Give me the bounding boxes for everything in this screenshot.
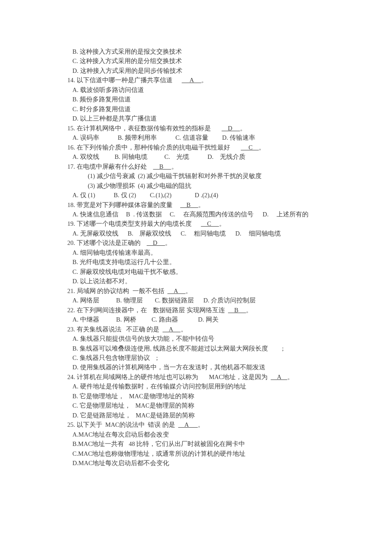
text-line: B. 频份多路复用信道 [67, 95, 325, 104]
text-line: B. 这种接入方式采用的是报文交换技术 [67, 47, 325, 56]
text-line: 23. 有关集线器说法 不正确 的是 A 。 [67, 325, 325, 334]
document-page: B. 这种接入方式采用的是报文交换技术C. 这种接入方式采用的是分组交换技术D.… [0, 0, 392, 515]
text: 17. 在电缆中屏蔽有什么好处 [67, 163, 153, 170]
text-line: 18. 带宽是对下列哪种媒体容量的度量 B 。 [67, 200, 325, 210]
text-line: A. 载波侦听多路访问信道 [67, 85, 325, 95]
text: D. 它是链路层地址， MAC是链路层的简称 [72, 412, 195, 419]
text-line: B.MAC地址一共有 48 比特，它们从出厂时就被固化在网卡中 [67, 439, 325, 449]
text: (3) 减少物理损坏 (4) 减少电磁的阻抗 [88, 182, 191, 189]
text-line: 19. 下述哪一个电缆类型支持最大的电缆长度 C 。 [67, 219, 325, 228]
text: A. 误码率 B. 频带利用率 C. 信道容量 D. 传输速率 [72, 134, 255, 141]
text-line: C. 屏蔽双绞线电缆对电磁干扰不敏感。 [67, 267, 325, 276]
text: 。 [165, 239, 171, 246]
text: B. 集线器可以堆叠级连使用, 线路总长度不能超过以太网最大网段长度 ; [72, 345, 284, 352]
text: A. 细同轴电缆传输速率最高。 [72, 249, 157, 256]
text: B.MAC地址一共有 48 比特，它们从出厂时就被固化在网卡中 [72, 440, 245, 447]
text: 19. 下述哪一个电缆类型支持最大的电缆长度 [67, 220, 201, 227]
text: D. 这种接入方式采用的是同步传输技术 [72, 67, 182, 74]
text: (1) 减少信号衰减 (2) 减少电磁干扰辐射和对外界干扰的灵敏度 [88, 173, 262, 179]
answer-blank: B [180, 201, 198, 208]
text: C. 它是物理层地址， MAC是物理层的简称 [72, 402, 194, 409]
text-line: A. 集线器只能提供信号的放大功能，不能中转信号 [67, 334, 325, 343]
text-line: B. 它是物理地址， MAC是物理地址的简称 [67, 391, 325, 401]
text: 。 [240, 125, 246, 132]
text-line: D. 使用集线器的计算机网络中，当一方在发送时，其他机器不能发送 [67, 362, 325, 372]
text: 14. 以下信道中哪一种是广播共享信道 [67, 77, 182, 83]
text-line: D. 这种接入方式采用的是同步传输技术 [67, 66, 325, 75]
text-line: C.MAC地址也称做物理地址，或通常所说的计算机的硬件地址 [67, 449, 325, 458]
text-line: A. 误码率 B. 频带利用率 C. 信道容量 D. 传输速率 [67, 133, 325, 142]
text: 21. 局域网 的协议结构 一般不包括 [67, 288, 167, 294]
answer-blank: B [228, 307, 246, 313]
text: 。 [201, 77, 208, 83]
text-line: C. 这种接入方式采用的是分组交换技术 [67, 56, 325, 66]
text-line: D. 以上三种都是共享广播信道 [67, 114, 325, 123]
text: A. 载波侦听多路访问信道 [72, 86, 144, 93]
text: A. 仅 (1) B. 仅 (2) C.(1),(2) D .(2),(4) [72, 192, 218, 198]
text-line: A. 双绞线 B. 同轴电缆 C. 光缆 D. 无线介质 [67, 152, 325, 161]
text: 15. 在计算机网络中，表征数据传输有效性的指标是 [67, 125, 222, 132]
text: 。 [287, 374, 294, 380]
text: A. 无屏蔽双绞线 B. 屏蔽双绞线 C. 粗同轴电缆 D. 细同轴电缆 [72, 230, 281, 237]
text-line: 25. 以下关于 MAC的说法中 错误 的是 A 。 [67, 420, 325, 429]
text: 。 [259, 144, 265, 151]
answer-blank: A [182, 77, 202, 83]
text: 16. 在下列传输介质中，那种传输介质的抗电磁干扰性最好 [67, 144, 241, 151]
answer-blank: A [167, 288, 185, 294]
text-line: 22. 在下列网间连接器中，在 数据链路层 实现网络互连 B 。 [67, 305, 325, 315]
text-line: 20. 下述哪个说法是正确的 D 。 [67, 238, 325, 247]
text: 18. 带宽是对下列哪种媒体容量的度量 [67, 201, 180, 208]
text: A. 双绞线 B. 同轴电缆 C. 光缆 D. 无线介质 [72, 153, 245, 160]
text-line: C. 集线器只包含物理层协议 ; [67, 353, 325, 362]
text: 25. 以下关于 MAC的说法中 错误 的是 [67, 421, 178, 428]
text: B. 它是物理地址， MAC是物理地址的简称 [72, 393, 194, 400]
text-line: B. 集线器可以堆叠级连使用, 线路总长度不能超过以太网最大网段长度 ; [67, 344, 325, 353]
text-line: A. 快速信息通信 B . 传送数据 C. 在高频范围内传送的信号 D. 上述所… [67, 210, 325, 219]
text-line: A. 硬件地址是传输数据时，在传输媒介访问控制层用到的地址 [67, 382, 325, 391]
text: D. 以上三种都是共享广播信道 [72, 115, 157, 122]
text-line: A. 细同轴电缆传输速率最高。 [67, 248, 325, 257]
answer-blank: A [178, 421, 198, 428]
text-line: 16. 在下列传输介质中，那种传输介质的抗电磁干扰性最好 C 。 [67, 143, 325, 152]
text-line: (1) 减少信号衰减 (2) 减少电磁干扰辐射和对外界干扰的灵敏度 [67, 171, 325, 181]
text: C. 这种接入方式采用的是分组交换技术 [72, 58, 182, 64]
text: D.MAC地址每次启动后都不会变化 [72, 460, 169, 466]
text: 22. 在下列网间连接器中，在 数据链路层 实现网络互连 [67, 307, 228, 313]
answer-blank: B [153, 163, 171, 170]
text-line: 14. 以下信道中哪一种是广播共享信道 A 。 [67, 75, 325, 85]
text-line: 24. 计算机在局域网络上的硬件地址也可以称为 MAC地址，这是因为 A 。 [67, 372, 325, 382]
text: C. 屏蔽双绞线电缆对电磁干扰不敏感。 [72, 268, 182, 275]
text: 。 [181, 326, 187, 333]
text-line: C. 时分多路复用信道 [67, 104, 325, 114]
text-line: 17. 在电缆中屏蔽有什么好处 B 。 [67, 162, 325, 171]
text: B. 这种接入方式采用的是报文交换技术 [72, 48, 182, 55]
text-line: A. 仅 (1) B. 仅 (2) C.(1),(2) D .(2),(4) [67, 190, 325, 200]
answer-blank: C [201, 220, 219, 227]
text: 23. 有关集线器说法 不正确 的是 [67, 326, 163, 333]
text-line: D. 它是链路层地址， MAC是链路层的简称 [67, 411, 325, 420]
text: A. 快速信息通信 B . 传送数据 C. 在高频范围内传送的信号 D. 上述所… [72, 211, 308, 218]
text: 。 [198, 421, 204, 428]
text-line: D. 以上说法都不对。 [67, 276, 325, 286]
text-line: A. 网络层 B. 物理层 C. 数据链路层 D. 介质访问控制层 [67, 296, 325, 305]
text: D. 以上说法都不对。 [72, 278, 131, 285]
text: D. 使用集线器的计算机网络中，当一方在发送时，其他机器不能发送 [72, 364, 265, 371]
text: A. 硬件地址是传输数据时，在传输媒介访问控制层用到的地址 [72, 383, 246, 390]
text: C. 时分多路复用信道 [72, 106, 131, 112]
text: A. 中继器 B. 网桥 C. 路由器 D. 网关 [72, 316, 219, 323]
text: 。 [185, 288, 192, 294]
text-line: C. 它是物理层地址， MAC是物理层的简称 [67, 401, 325, 410]
text: A. 网络层 B. 物理层 C. 数据链路层 D. 介质访问控制层 [72, 297, 256, 304]
text-line: 15. 在计算机网络中，表征数据传输有效性的指标是 D 。 [67, 124, 325, 133]
text: 。 [219, 220, 225, 227]
text: B. 光纤电缆支持电缆运行几十公里。 [72, 259, 176, 265]
text-line: D.MAC地址每次启动后都不会变化 [67, 458, 325, 468]
text-line: (3) 减少物理损坏 (4) 减少电磁的阻抗 [67, 181, 325, 190]
answer-blank: A [163, 326, 181, 333]
answer-blank: D [147, 239, 165, 246]
text: 。 [246, 307, 252, 313]
text: 。 [171, 163, 178, 170]
text-line: B. 光纤电缆支持电缆运行几十公里。 [67, 257, 325, 267]
text: 20. 下述哪个说法是正确的 [67, 239, 147, 246]
answer-blank: D [222, 125, 240, 132]
